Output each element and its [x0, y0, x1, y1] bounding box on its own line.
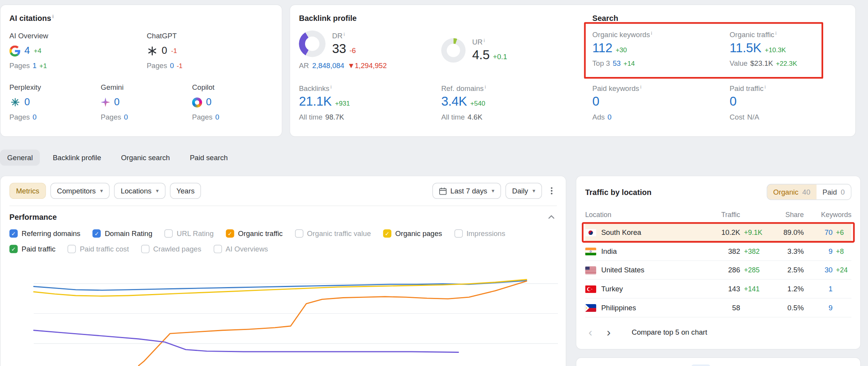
citations-count[interactable]: 0 [24, 96, 30, 108]
info-icon: i [776, 31, 777, 36]
citations-count[interactable]: 4 [24, 45, 30, 56]
flag-united-states [585, 266, 596, 274]
compare-top5-link[interactable]: Compare top 5 on chart [632, 328, 708, 336]
granularity-dropdown[interactable]: Daily [505, 183, 542, 199]
prev-page-button[interactable]: ‹ [588, 326, 592, 338]
table-row-philippines[interactable]: Philippines 58 0.5% 9 [585, 299, 851, 318]
checkbox-organic-traffic[interactable] [226, 229, 234, 238]
checkbox-url-rating[interactable] [165, 229, 173, 238]
pages-delta: -1 [177, 62, 182, 70]
tab-general[interactable]: General [0, 150, 40, 166]
ref-domains-label: Ref. domainsi [441, 84, 576, 92]
pages-label: Pages [9, 62, 30, 70]
pages-count[interactable]: 0 [124, 113, 128, 121]
paid-traffic-value[interactable]: 0 [730, 94, 737, 109]
pages-count[interactable]: 1 [32, 62, 36, 70]
tab-organic-search[interactable]: Organic search [114, 150, 177, 166]
keywords-value[interactable]: 9 [829, 247, 832, 255]
metric-toggle-url-rating[interactable]: URL Rating [165, 229, 214, 238]
traffic-delta: +9.1K [744, 229, 768, 236]
ai-citations-card: AI citationsi AI Overview [0, 4, 282, 137]
location-name: South Korea [601, 228, 641, 236]
flag-turkey [585, 285, 596, 293]
metric-toggle-organic-pages[interactable]: Organic pages [383, 229, 442, 238]
table-row-united-states[interactable]: United States 286+285 2.5% 30+24 [585, 261, 851, 280]
beta-badge: Beta [691, 364, 711, 366]
metric-toggle-paid-traffic[interactable]: Paid traffic [9, 245, 55, 253]
backlinks-label: Backlinksi [299, 84, 441, 92]
top3-value[interactable]: 53 [613, 59, 621, 67]
citations-count[interactable]: 0 [114, 96, 119, 108]
metric-toggle-impressions[interactable]: Impressions [454, 229, 505, 238]
metric-toggle-domain-rating[interactable]: Domain Rating [92, 229, 152, 238]
checkbox-crawled-pages[interactable] [141, 245, 149, 253]
keywords-value[interactable]: 70 [825, 228, 833, 236]
checkbox-domain-rating[interactable] [92, 229, 101, 238]
metrics-button[interactable]: Metrics [9, 183, 46, 199]
pages-count[interactable]: 0 [32, 113, 36, 121]
traffic-by-location-title: Traffic by location [585, 188, 651, 197]
toggle-organic[interactable]: Organic 40 [767, 185, 816, 200]
checkbox-organic-traffic-value[interactable] [295, 229, 303, 238]
tab-backlink-profile[interactable]: Backlink profile [46, 150, 108, 166]
pages-count[interactable]: 0 [170, 62, 174, 70]
metric-toggle-organic-traffic[interactable]: Organic traffic [226, 229, 283, 238]
table-row-india[interactable]: India 382+382 3.3% 9+8 [585, 242, 851, 261]
value-delta: +22.3K [776, 60, 797, 68]
ar-value[interactable]: 2,848,084 [312, 62, 344, 70]
pages-delta: +1 [39, 62, 47, 70]
organic-traffic-label: Organic traffici [730, 31, 797, 39]
checkbox-organic-pages[interactable] [383, 229, 391, 238]
locations-dropdown[interactable]: Locations [114, 183, 165, 199]
pages-count[interactable]: 0 [215, 113, 219, 121]
google-icon [9, 45, 20, 56]
paid-keywords-value[interactable]: 0 [592, 94, 599, 109]
intent-section-title: Organic keywords by intent [585, 364, 687, 366]
citations-count[interactable]: 0 [206, 96, 211, 108]
checkbox-paid-traffic-cost[interactable] [68, 245, 76, 253]
organic-keywords-value[interactable]: 112 [592, 41, 612, 56]
ads-value[interactable]: 0 [607, 113, 611, 121]
ai-engine-ai-overview: AI Overview 4 +4 [9, 32, 147, 70]
years-button[interactable]: Years [170, 183, 201, 199]
metric-toggle-ai-overviews[interactable]: AI Overviews [213, 245, 268, 253]
organic-traffic-value[interactable]: 11.5K [730, 41, 761, 56]
checkbox-paid-traffic[interactable] [9, 245, 17, 253]
metric-toggle-paid-traffic-cost[interactable]: Paid traffic cost [68, 245, 129, 253]
gemini-icon [101, 97, 110, 107]
location-pagination: ‹ › Compare top 5 on chart [585, 317, 851, 343]
cost-label: Cost [730, 113, 744, 121]
metric-toggle-referring-domains[interactable]: Referring domains [9, 229, 80, 238]
date-range-dropdown[interactable]: Last 7 days [432, 183, 501, 199]
table-row-south-korea[interactable]: South Korea 10.2K+9.1K 89.0% 70+6 [585, 223, 851, 242]
column-keywords: Keywords [804, 211, 851, 219]
collapse-section-button[interactable] [546, 213, 557, 222]
checkbox-referring-domains[interactable] [9, 229, 17, 238]
info-icon: i [765, 84, 766, 90]
column-traffic: Traffic [706, 211, 768, 219]
tab-paid-search[interactable]: Paid search [182, 150, 235, 166]
ai-engine-perplexity: Perplexity [9, 83, 101, 121]
metric-toggle-organic-traffic-value[interactable]: Organic traffic value [295, 229, 371, 238]
checkbox-impressions[interactable] [454, 229, 462, 238]
ref-domains-value[interactable]: 3.4K [441, 94, 467, 109]
traffic-value: 382 [728, 247, 740, 255]
backlink-profile-title: Backlink profile [299, 14, 576, 23]
backlinks-value[interactable]: 21.1K [299, 94, 332, 109]
performance-chart [9, 259, 558, 366]
ur-label: URi [472, 38, 507, 46]
keywords-value[interactable]: 9 [829, 304, 832, 312]
checkbox-ai-overviews[interactable] [213, 245, 222, 253]
table-row-turkey[interactable]: Turkey 143+141 1.2% 1 [585, 280, 851, 299]
backlink-search-card: Backlink profile DRi 33 -6 AR [290, 4, 856, 137]
keywords-value[interactable]: 1 [829, 285, 832, 293]
ai-citations-title: AI citationsi [9, 14, 273, 23]
kebab-menu-button[interactable] [546, 187, 557, 195]
toggle-paid[interactable]: Paid 0 [817, 185, 851, 200]
metric-toggle-crawled-pages[interactable]: Crawled pages [141, 245, 201, 253]
next-page-button[interactable]: › [607, 326, 610, 338]
organic-keywords-by-intent-card: Organic keywords by intent Beta [576, 357, 861, 366]
dr-delta: -6 [350, 46, 356, 55]
competitors-dropdown[interactable]: Competitors [50, 183, 109, 199]
keywords-value[interactable]: 30 [825, 266, 833, 274]
